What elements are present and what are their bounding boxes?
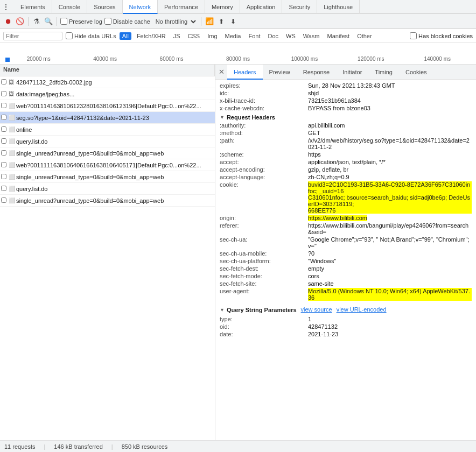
- request-headers-section-title[interactable]: Request Headers: [220, 112, 472, 122]
- export-icon[interactable]: ⬇: [228, 17, 238, 26]
- hide-data-urls-checkbox[interactable]: [66, 32, 73, 39]
- filter-fetch-xhr[interactable]: Fetch/XHR: [135, 32, 168, 40]
- transferred-size: 146 kB transferred: [54, 443, 103, 450]
- preserve-log-checkbox[interactable]: [60, 18, 67, 25]
- tab-lighthouse[interactable]: Lighthouse: [317, 0, 360, 14]
- devtools-menu-icon[interactable]: ⋮: [2, 3, 10, 11]
- header-name: accept:: [220, 159, 306, 165]
- tab-console[interactable]: Console: [52, 0, 87, 14]
- filter-media[interactable]: Media: [223, 32, 243, 40]
- filter-ws[interactable]: WS: [284, 32, 298, 40]
- request-item[interactable]: ⬜ single_unread?unread_type=0&build=0&mo…: [0, 195, 215, 207]
- detail-tab-response[interactable]: Response: [297, 65, 337, 80]
- tab-elements[interactable]: Elements: [14, 0, 52, 14]
- requests-list[interactable]: 🖼 428471132_2dfd2b-0002.jpg 🖼 data:image…: [0, 76, 215, 440]
- request-item[interactable]: ⬜ web?00111116381064061661638106405171|D…: [0, 159, 215, 171]
- header-row: expires: Sun, 28 Nov 2021 13:28:43 GMT: [220, 82, 472, 89]
- has-blocked-checkbox[interactable]: [410, 32, 417, 39]
- request-type-icon: 🖼: [9, 91, 16, 97]
- status-sep-2: |: [111, 443, 113, 450]
- param-name: date:: [220, 331, 306, 337]
- request-item[interactable]: ⬜ web?00111416381061232801638106123196|D…: [0, 100, 215, 112]
- tab-application[interactable]: Application: [240, 0, 283, 14]
- request-name: 428471132_2dfd2b-0002.jpg: [16, 79, 214, 86]
- header-name: :method:: [220, 130, 306, 136]
- preserve-log-label[interactable]: Preserve log: [60, 18, 102, 25]
- filter-css[interactable]: CSS: [186, 32, 202, 40]
- detail-tab-headers[interactable]: Headers: [227, 65, 263, 80]
- request-item[interactable]: ⬜ query.list.do: [0, 136, 215, 147]
- request-checkbox[interactable]: [1, 103, 9, 109]
- query-params-section-title[interactable]: Query String Parameters: [220, 305, 297, 314]
- header-value: zh-CN,zh;q=0.9: [308, 174, 349, 180]
- request-type-icon: 🖼: [9, 79, 16, 85]
- filter-wasm[interactable]: Wasm: [301, 32, 322, 40]
- header-row: sec-ch-ua-mobile: ?0: [220, 250, 472, 257]
- filter-bar: Hide data URLs All Fetch/XHR JS CSS Img …: [0, 29, 476, 43]
- disable-cache-checkbox[interactable]: [104, 18, 111, 25]
- request-checkbox[interactable]: [1, 162, 9, 168]
- request-item-selected[interactable]: ⬜ seg.so?type=1&oid=428471132&date=2021-…: [0, 112, 215, 124]
- request-checkbox[interactable]: [1, 197, 9, 204]
- header-name: user-agent:: [220, 288, 306, 294]
- header-row: sec-fetch-site: same-site: [220, 280, 472, 287]
- filter-js[interactable]: JS: [171, 32, 183, 40]
- request-item[interactable]: 🖼 data:image/jpeg;bas...: [0, 88, 215, 100]
- request-type-icon: ⬜: [9, 126, 16, 132]
- detail-tab-cookies[interactable]: Cookies: [399, 65, 433, 80]
- request-type-icon: ⬜: [9, 115, 16, 121]
- request-type-icon: ⬜: [9, 103, 16, 109]
- view-url-encoded-link[interactable]: view URL-encoded: [337, 306, 387, 313]
- header-name: :authority:: [220, 122, 306, 129]
- tab-memory[interactable]: Memory: [205, 0, 240, 14]
- filter-all-button[interactable]: All: [120, 32, 131, 40]
- header-value: "Windows": [308, 258, 336, 264]
- header-name: expires:: [220, 82, 306, 89]
- request-item[interactable]: ⬜ single_unread?unread_type=0&build=0&mo…: [0, 147, 215, 159]
- toolbar-sep-3: [201, 17, 201, 26]
- hide-data-urls-label[interactable]: Hide data URLs: [66, 32, 116, 39]
- request-item[interactable]: ⬜ online: [0, 124, 215, 136]
- tab-network[interactable]: Network: [123, 0, 158, 14]
- request-item[interactable]: ⬜ query.list.do: [0, 183, 215, 195]
- request-checkbox[interactable]: [1, 79, 9, 86]
- filter-other[interactable]: Other: [355, 32, 374, 40]
- request-checkbox[interactable]: [1, 138, 9, 145]
- request-checkbox[interactable]: [1, 91, 9, 97]
- detail-tab-preview[interactable]: Preview: [263, 65, 297, 80]
- request-checkbox[interactable]: [1, 174, 9, 180]
- header-value: 73215e31b961a384: [308, 97, 361, 104]
- import-icon[interactable]: ⬆: [216, 17, 226, 26]
- close-detail-button[interactable]: ✕: [215, 65, 227, 80]
- clear-button[interactable]: 🚫: [15, 17, 25, 26]
- column-name: Name: [0, 65, 215, 76]
- request-type-icon: ⬜: [9, 138, 16, 144]
- tab-security[interactable]: Security: [282, 0, 317, 14]
- filter-font[interactable]: Font: [246, 32, 262, 40]
- record-button[interactable]: ⏺: [3, 17, 13, 26]
- filter-manifest[interactable]: Manifest: [325, 32, 352, 40]
- filter-doc[interactable]: Doc: [265, 32, 281, 40]
- disable-cache-label[interactable]: Disable cache: [104, 18, 150, 25]
- request-item[interactable]: 🖼 428471132_2dfd2b-0002.jpg: [0, 76, 215, 88]
- header-row: :authority: api.bilibili.com: [220, 122, 472, 129]
- wifi-icon[interactable]: 📶: [205, 17, 214, 26]
- request-checkbox[interactable]: [1, 186, 9, 192]
- tab-performance[interactable]: Performance: [158, 0, 205, 14]
- detail-tab-initiator[interactable]: Initiator: [336, 65, 368, 80]
- filter-icon[interactable]: ⚗: [32, 17, 41, 26]
- request-checkbox[interactable]: [1, 126, 9, 133]
- disable-cache-text: Disable cache: [113, 18, 150, 25]
- request-type-icon: ⬜: [9, 186, 16, 192]
- request-checkbox[interactable]: [1, 115, 9, 121]
- header-name: sec-fetch-site:: [220, 280, 306, 287]
- request-item[interactable]: ⬜ single_unread?unread_type=0&build=0&mo…: [0, 171, 215, 183]
- tab-sources[interactable]: Sources: [87, 0, 122, 14]
- throttling-select[interactable]: No throttling: [152, 18, 198, 25]
- filter-img[interactable]: Img: [205, 32, 219, 40]
- request-checkbox[interactable]: [1, 150, 9, 157]
- detail-tab-timing[interactable]: Timing: [368, 65, 399, 80]
- filter-input[interactable]: [3, 32, 62, 40]
- search-icon[interactable]: 🔍: [44, 17, 53, 26]
- view-source-link[interactable]: view source: [301, 306, 332, 313]
